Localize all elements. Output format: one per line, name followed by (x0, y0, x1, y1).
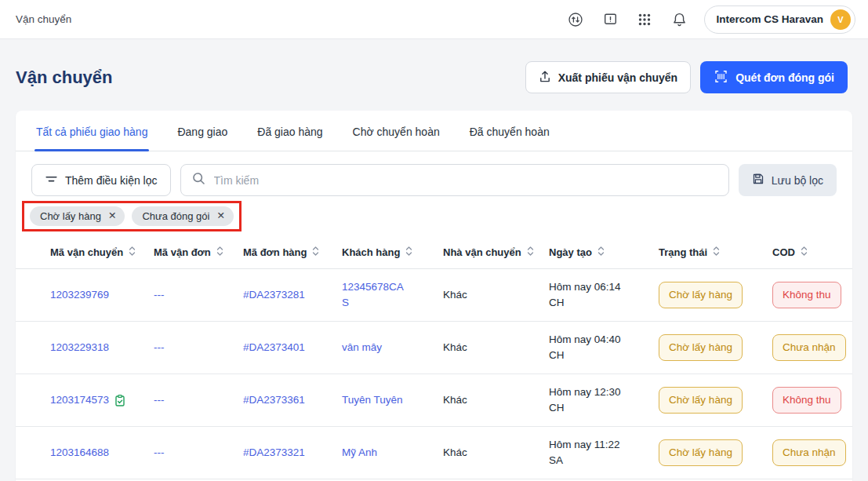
column-header-1[interactable]: Mã vận đơn (154, 246, 243, 259)
sort-icon[interactable] (312, 246, 319, 259)
export-shipments-button[interactable]: Xuất phiếu vận chuyển (525, 61, 691, 93)
column-header-7[interactable]: COD (772, 246, 852, 259)
tracking-code: --- (154, 394, 165, 406)
cod-badge: Không thu (772, 387, 841, 414)
add-filter-button[interactable]: Thêm điều kiện lọc (31, 164, 171, 196)
order-code-cell: #DA2373321 (243, 445, 342, 461)
customer-link[interactable]: Mỹ Anh (342, 445, 377, 461)
packed-clipboard-icon (114, 394, 126, 407)
customer-link[interactable]: vân mây (342, 340, 382, 355)
scan-pack-order-button[interactable]: Quét đơn đóng gói (700, 61, 848, 93)
customer-cell: 12345678CAS (342, 279, 443, 310)
customer-link[interactable]: Tuyên Tuyên (342, 392, 403, 408)
column-header-2[interactable]: Mã đơn hàng (243, 246, 342, 259)
filter-icon (45, 173, 58, 187)
status-cell: Chờ lấy hàng (659, 334, 772, 361)
order-code-link[interactable]: #DA2373321 (243, 446, 305, 458)
cod-cell: Chưa nhận (772, 334, 855, 361)
shipments-card: Tất cả phiếu giao hàngĐang giaoĐã giao h… (16, 111, 852, 481)
scan-pack-order-label: Quét đơn đóng gói (735, 71, 834, 84)
breadcrumb: Vận chuyển (16, 13, 71, 25)
sync-icon[interactable] (561, 6, 590, 33)
cod-cell: Không thu (772, 387, 852, 414)
created-date-cell: Hôm nay 06:14 CH (549, 279, 659, 310)
status-cell: Chờ lấy hàng (659, 282, 772, 308)
sort-icon[interactable] (129, 246, 136, 259)
bell-icon[interactable] (665, 6, 693, 33)
filter-chips-annotation-box: Chờ lấy hàng✕Chưa đóng gói✕ (22, 201, 242, 231)
table-row: 1203239769---#DA237328112345678CASKhácHô… (16, 269, 852, 322)
status-badge: Chờ lấy hàng (659, 387, 743, 414)
filter-chip-label: Chưa đóng gói (142, 210, 209, 222)
search-input[interactable] (214, 174, 717, 187)
cod-badge: Chưa nhận (772, 334, 846, 361)
column-header-label: Ngày tạo (549, 246, 592, 258)
sort-icon[interactable] (801, 246, 808, 259)
column-header-label: Mã vận đơn (154, 246, 211, 258)
carrier-cell: Khác (443, 287, 549, 303)
table-row: 1203164688---#DA2373321Mỹ AnhKhácHôm nay… (16, 427, 852, 479)
shipment-code-cell: 1203229318 (50, 340, 154, 355)
account-name: Intercom CS Haravan (716, 13, 823, 25)
column-header-6[interactable]: Trạng thái (659, 246, 772, 259)
shipment-code-link[interactable]: 1203239769 (50, 287, 109, 303)
order-code-link[interactable]: #DA2373401 (243, 341, 305, 353)
tracking-code-cell: --- (154, 445, 243, 461)
shipment-code-link[interactable]: 1203229318 (50, 340, 109, 355)
page-title: Vận chuyển (16, 67, 112, 88)
tab-4[interactable]: Đã chuyển hoàn (468, 111, 551, 151)
column-header-label: Khách hàng (342, 246, 400, 258)
sort-icon[interactable] (527, 246, 534, 259)
created-date-cell: Hôm nay 04:40 CH (549, 332, 659, 363)
table-row: 1203174573---#DA2373361Tuyên TuyênKhácHô… (16, 374, 852, 427)
row-checkbox-cell (16, 393, 50, 407)
cod-badge: Chưa nhận (772, 439, 846, 466)
export-shipments-label: Xuất phiếu vận chuyển (558, 71, 677, 84)
status-cell: Chờ lấy hàng (659, 439, 772, 466)
tracking-code-cell: --- (154, 340, 243, 355)
column-header-5[interactable]: Ngày tạo (549, 246, 659, 259)
table-row: 1203229318---#DA2373401vân mâyKhácHôm na… (16, 322, 852, 374)
column-header-3[interactable]: Khách hàng (342, 246, 443, 259)
order-code-link[interactable]: #DA2373281 (243, 289, 305, 301)
column-header-0[interactable]: Mã vận chuyển (50, 246, 154, 259)
sort-icon[interactable] (713, 246, 720, 259)
column-header-label: Mã đơn hàng (243, 246, 307, 258)
tab-2[interactable]: Đã giao hàng (256, 111, 324, 151)
tab-3[interactable]: Chờ chuyển hoàn (351, 111, 441, 151)
apps-icon[interactable] (630, 6, 659, 33)
tab-0[interactable]: Tất cả phiếu giao hàng (35, 111, 149, 151)
feedback-icon[interactable] (596, 6, 624, 33)
order-code-cell: #DA2373281 (243, 287, 342, 303)
save-filter-button[interactable]: Lưu bộ lọc (739, 164, 837, 196)
tracking-code: --- (154, 446, 165, 458)
column-header-4[interactable]: Nhà vận chuyển (443, 246, 549, 259)
carrier-cell: Khác (443, 445, 549, 461)
created-date-cell: Hôm nay 12:30 CH (549, 384, 659, 415)
save-filter-label: Lưu bộ lọc (772, 174, 823, 187)
topbar-actions: Intercom CS Haravan V (561, 5, 855, 34)
filter-row: Thêm điều kiện lọc Lưu bộ lọc (16, 151, 852, 196)
customer-link[interactable]: 12345678CAS (342, 279, 408, 310)
add-filter-label: Thêm điều kiện lọc (65, 174, 158, 187)
tracking-code: --- (154, 289, 165, 301)
tab-1[interactable]: Đang giao (176, 111, 229, 151)
sort-icon[interactable] (597, 246, 605, 259)
chip-close-icon[interactable]: ✕ (216, 211, 224, 221)
table-body: 1203239769---#DA237328112345678CASKhácHô… (16, 269, 852, 479)
order-code-link[interactable]: #DA2373361 (243, 394, 305, 406)
search-icon (192, 172, 205, 188)
sort-icon[interactable] (405, 246, 412, 259)
tracking-code: --- (154, 341, 165, 353)
shipment-code-link[interactable]: 1203164688 (50, 445, 109, 461)
tracking-code-cell: --- (154, 392, 243, 408)
sort-icon[interactable] (216, 246, 223, 259)
column-header-label: Trạng thái (659, 246, 707, 258)
row-checkbox-cell (16, 446, 50, 460)
carrier-cell: Khác (443, 340, 549, 355)
page-actions: Xuất phiếu vận chuyển Quét đơn đóng gói (525, 61, 848, 93)
chip-close-icon[interactable]: ✕ (108, 211, 116, 221)
account-menu[interactable]: Intercom CS Haravan V (704, 5, 855, 34)
shipment-code-link[interactable]: 1203174573 (50, 392, 109, 408)
shipment-code-cell: 1203174573 (50, 392, 154, 408)
